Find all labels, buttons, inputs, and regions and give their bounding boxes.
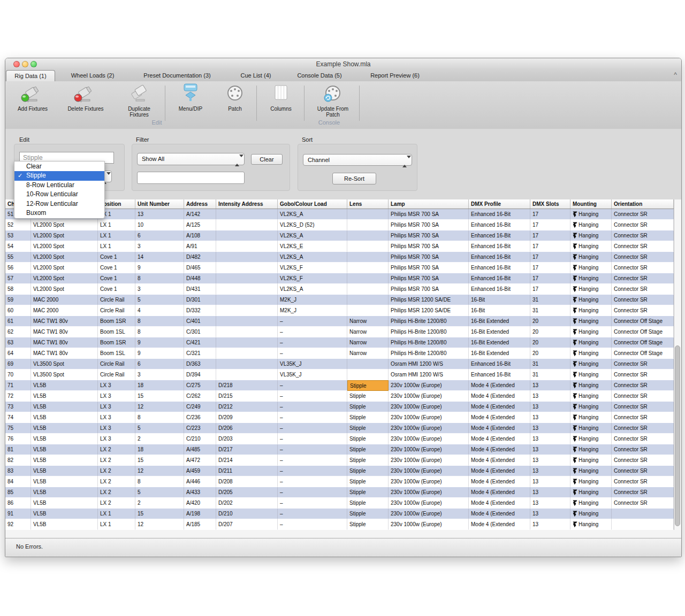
cell-address[interactable]: D/448: [184, 273, 216, 284]
cell-gobo-colour-load[interactable]: VL2KS_D (52): [278, 220, 347, 230]
table-row[interactable]: 82VL5BLX 215A/472D/214–Stipple230v 1000w…: [5, 455, 674, 466]
cell-intensity-address[interactable]: [216, 305, 278, 316]
cell-dmx-profile[interactable]: 16-Bit Extended: [469, 327, 530, 337]
cell-position[interactable]: LX 2: [98, 455, 135, 466]
column-header-intensity-address[interactable]: Intensity Address: [216, 199, 278, 209]
cell-address[interactable]: D/431: [184, 284, 216, 295]
duplicate-fixtures-button[interactable]: Duplicate Fixtures: [116, 83, 162, 125]
cell-gobo-colour-load[interactable]: VL2KS_A: [278, 209, 347, 220]
cell-dmx-profile[interactable]: 16-Bit Extended: [469, 316, 530, 327]
cell-dmx-profile[interactable]: Mode 4 (Extended: [469, 487, 530, 498]
cell-lamp[interactable]: 230v 1000w (Europe): [389, 455, 469, 466]
cell-channel[interactable]: 74: [5, 412, 31, 423]
menu-item-clear[interactable]: Clear: [14, 162, 104, 171]
cell-orientation[interactable]: Connector SR: [612, 423, 674, 434]
cell-channel[interactable]: 86: [5, 498, 31, 509]
cell-dmx-slots[interactable]: 13: [530, 498, 570, 509]
cell-gobo-colour-load[interactable]: –: [278, 391, 347, 402]
cell-dmx-slots[interactable]: 13: [530, 455, 570, 466]
table-row[interactable]: 73VL5BLX 312C/249D/212–Stipple230v 1000w…: [5, 402, 674, 412]
cell-lens[interactable]: Stipple: [347, 444, 389, 455]
cell-lens[interactable]: Stipple: [347, 423, 389, 434]
table-row[interactable]: 52VL2000 SpotLX 110A/125VL2KS_D (52)Phil…: [5, 220, 674, 230]
cell-intensity-address[interactable]: D/217: [216, 444, 278, 455]
cell-address[interactable]: D/301: [184, 295, 216, 305]
cell-lamp[interactable]: Philips MSR 1200 SA/DE: [389, 305, 469, 316]
cell-dmx-profile[interactable]: Mode 4 (Extended: [469, 380, 530, 391]
cell-channel[interactable]: 55: [5, 252, 31, 263]
cell-position[interactable]: Cove 1: [98, 273, 135, 284]
cell-position[interactable]: LX 1: [98, 241, 135, 252]
cell-lens[interactable]: Narrow: [347, 327, 389, 337]
cell-dmx-slots[interactable]: 13: [530, 423, 570, 434]
cell-mounting[interactable]: Hanging: [570, 337, 612, 348]
table-row[interactable]: 72VL5BLX 315C/262D/215–Stipple230v 1000w…: [5, 391, 674, 402]
cell-orientation[interactable]: Connector Off Stage: [612, 327, 674, 337]
cell-lamp[interactable]: 230v 1000w (Europe): [389, 402, 469, 412]
cell-unit-number[interactable]: 3: [135, 369, 184, 380]
table-row[interactable]: 53VL2000 SpotLX 16A/108VL2KS_APhilips MS…: [5, 230, 674, 241]
cell-lamp[interactable]: 230v 1000w (Europe): [389, 476, 469, 487]
cell-orientation[interactable]: Connector SR: [612, 380, 674, 391]
cell-address[interactable]: D/363: [184, 359, 216, 369]
column-header-lamp[interactable]: Lamp: [389, 199, 469, 209]
table-row[interactable]: 55VL2000 SpotCove 114D/482VL2KS_APhilips…: [5, 252, 674, 263]
cell-address[interactable]: C/301: [184, 327, 216, 337]
cell-lens[interactable]: Stipple: [347, 476, 389, 487]
stepper-icon[interactable]: [402, 156, 409, 164]
cell-dmx-slots[interactable]: 17: [530, 209, 570, 220]
cell-address[interactable]: C/223: [184, 423, 216, 434]
cell-orientation[interactable]: [612, 509, 674, 519]
cell-intensity-address[interactable]: D/206: [216, 423, 278, 434]
cell-dmx-slots[interactable]: 13: [530, 391, 570, 402]
cell-col1[interactable]: VL2000 Spot: [31, 252, 98, 263]
cell-address[interactable]: D/482: [184, 252, 216, 263]
cell-unit-number[interactable]: 9: [135, 337, 184, 348]
column-header-orientation[interactable]: Orientation: [612, 199, 674, 209]
cell-unit-number[interactable]: 5: [135, 423, 184, 434]
menu-item-stipple[interactable]: ✓Stipple: [14, 171, 104, 180]
cell-position[interactable]: Boom 1SL: [98, 348, 135, 359]
cell-intensity-address[interactable]: [216, 273, 278, 284]
cell-lens[interactable]: [347, 369, 389, 380]
cell-dmx-profile[interactable]: Enhanced 16-Bit: [469, 284, 530, 295]
cell-dmx-slots[interactable]: 13: [530, 434, 570, 444]
cell-dmx-slots[interactable]: 13: [530, 444, 570, 455]
cell-dmx-profile[interactable]: Enhanced 16-Bit: [469, 369, 530, 380]
cell-unit-number[interactable]: 8: [135, 412, 184, 423]
cell-unit-number[interactable]: 15: [135, 391, 184, 402]
cell-intensity-address[interactable]: D/202: [216, 498, 278, 509]
cell-lamp[interactable]: 230v 1000w (Europe): [389, 466, 469, 476]
cell-lamp[interactable]: Osram HMI 1200 W/S: [389, 369, 469, 380]
cell-dmx-slots[interactable]: 13: [530, 476, 570, 487]
cell-position[interactable]: Boom 1SL: [98, 327, 135, 337]
cell-intensity-address[interactable]: D/210: [216, 509, 278, 519]
cell-intensity-address[interactable]: [216, 316, 278, 327]
cell-mounting[interactable]: Hanging: [570, 444, 612, 455]
cell-dmx-slots[interactable]: 20: [530, 327, 570, 337]
cell-intensity-address[interactable]: D/211: [216, 466, 278, 476]
cell-channel[interactable]: 70: [5, 369, 31, 380]
resort-button[interactable]: Re-Sort: [332, 173, 376, 184]
cell-channel[interactable]: 62: [5, 327, 31, 337]
table-row[interactable]: 51VL2000 SpotLX 113A/142VL2KS_APhilips M…: [5, 209, 674, 220]
cell-intensity-address[interactable]: [216, 209, 278, 220]
cell-position[interactable]: LX 2: [98, 466, 135, 476]
cell-unit-number[interactable]: 8: [135, 273, 184, 284]
cell-position[interactable]: LX 2: [98, 444, 135, 455]
cell-dmx-slots[interactable]: 13: [530, 466, 570, 476]
cell-unit-number[interactable]: 9: [135, 263, 184, 273]
cell-address[interactable]: A/420: [184, 498, 216, 509]
update-from-patch-button[interactable]: Update From Patch: [308, 83, 357, 125]
cell-channel[interactable]: 75: [5, 423, 31, 434]
cell-unit-number[interactable]: 6: [135, 230, 184, 241]
cell-intensity-address[interactable]: [216, 369, 278, 380]
cell-mounting[interactable]: Hanging: [570, 273, 612, 284]
table-row[interactable]: 59MAC 2000Circle Rail5D/301M2K_JPhilips …: [5, 295, 674, 305]
cell-col1[interactable]: VL2000 Spot: [31, 273, 98, 284]
cell-address[interactable]: A/198: [184, 509, 216, 519]
cell-orientation[interactable]: Connector Off Stage: [612, 337, 674, 348]
cell-orientation[interactable]: Connector SR: [612, 476, 674, 487]
cell-lens[interactable]: [347, 252, 389, 263]
cell-dmx-slots[interactable]: 31: [530, 359, 570, 369]
